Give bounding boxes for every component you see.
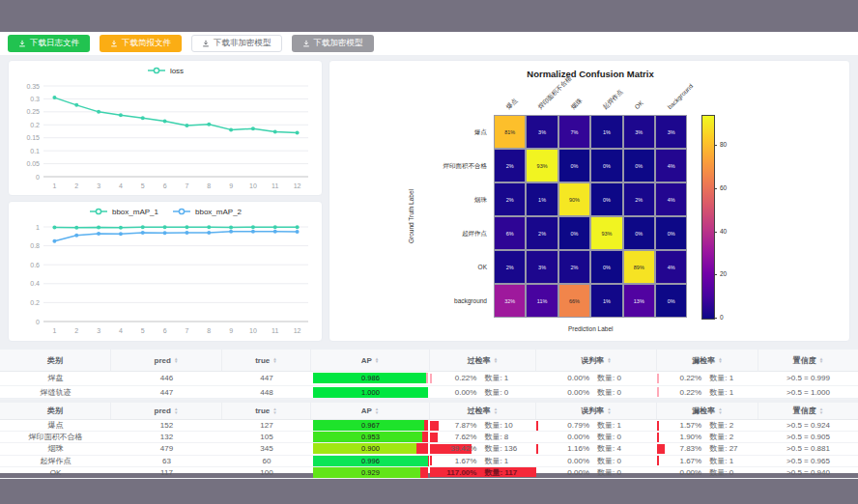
download-report-file-button[interactable]: 下载简报文件 — [100, 35, 182, 52]
rate-percent: 0.00% — [536, 468, 589, 477]
ap-bar: 0.996 — [313, 456, 428, 466]
legend-item-loss[interactable]: loss — [147, 67, 184, 75]
column-header-pred[interactable]: pred▲▼ — [111, 403, 222, 419]
colorbar-tick-label: 20 — [720, 270, 727, 277]
sort-caret-icon[interactable]: ▲▼ — [375, 407, 379, 414]
rate-content: 1.67%数量: 1 — [430, 456, 536, 466]
rate-text: 0.22%数量: 1 — [657, 387, 758, 398]
confidence-cell: >0.5 = 0.924 — [758, 420, 858, 431]
summary-metrics-table: 类别pred▲▼true▲▼AP▲▼过检率▲▼误判率▲▼漏检率▲▼置信度▲▼焊盘… — [0, 350, 858, 398]
sort-caret-icon[interactable]: ▲▼ — [494, 357, 498, 364]
rate-text: 1.67%数量: 1 — [657, 456, 758, 466]
rate-content: 0.79%数量: 1 — [536, 420, 657, 431]
caret-down-icon: ▼ — [375, 360, 379, 364]
x-tick-label: 10 — [249, 182, 257, 189]
data-point — [163, 120, 167, 124]
sort-caret-icon[interactable]: ▲▼ — [718, 407, 722, 414]
ap-bar: 0.986 — [313, 373, 428, 383]
matrix-cell: 4% — [655, 149, 687, 182]
miss-cell: 1.57%数量: 2 — [657, 420, 758, 431]
matrix-cell: 81% — [494, 115, 526, 149]
column-header-AP[interactable]: AP▲▼ — [311, 350, 430, 371]
y-tick-label: 1 — [36, 224, 40, 231]
download-log-file-button[interactable]: 下载日志文件 — [8, 35, 90, 52]
column-header-true[interactable]: true▲▼ — [222, 350, 311, 371]
data-point — [251, 230, 255, 234]
matrix-cell: 89% — [623, 250, 655, 284]
column-header-漏检率[interactable]: 漏检率▲▼ — [657, 350, 758, 371]
data-point — [251, 126, 255, 130]
legend-item-bbox_mAP_1[interactable]: bbox_mAP_1 — [89, 208, 158, 216]
x-tick-label: 5 — [141, 327, 145, 334]
rate-content: 7.62%数量: 8 — [430, 432, 536, 442]
column-header-label: 误判率 — [581, 406, 604, 416]
download-encrypted-model-button[interactable]: 下载加密模型 — [292, 35, 374, 52]
data-point — [229, 230, 233, 234]
true-cell: 105 — [222, 432, 311, 442]
rate-text: 1.16%数量: 4 — [536, 443, 657, 454]
pred-cell: 132 — [111, 432, 222, 442]
sort-caret-icon[interactable]: ▲▼ — [607, 357, 611, 364]
y-tick-label: 0.2 — [30, 299, 40, 306]
ap-bar: 0.967 — [313, 420, 428, 431]
x-tick-label: 1 — [52, 182, 56, 189]
download-unencrypted-model-button[interactable]: 下载非加密模型 — [191, 35, 282, 52]
column-header-pred[interactable]: pred▲▼ — [111, 350, 222, 371]
data-point — [229, 225, 233, 229]
sort-caret-icon[interactable]: ▲▼ — [272, 407, 276, 414]
data-point — [52, 96, 56, 99]
matrix-cell: 1% — [526, 182, 558, 216]
column-header-过检率[interactable]: 过检率▲▼ — [430, 403, 536, 419]
table-header-row: 类别pred▲▼true▲▼AP▲▼过检率▲▼误判率▲▼漏检率▲▼置信度▲▼ — [0, 403, 858, 420]
column-header-置信度[interactable]: 置信度▲▼ — [758, 403, 858, 419]
sort-caret-icon[interactable]: ▲▼ — [174, 357, 178, 364]
column-header-误判率[interactable]: 误判率▲▼ — [536, 403, 657, 419]
rate-content: 1.57%数量: 2 — [657, 420, 758, 431]
rate-percent: 0.79% — [536, 421, 589, 430]
column-header-过检率[interactable]: 过检率▲▼ — [430, 350, 536, 371]
sort-caret-icon[interactable]: ▲▼ — [607, 407, 611, 414]
loss-chart-card: loss 00.050.10.150.20.250.30.35123456789… — [8, 60, 323, 196]
x-tick-label: 3 — [97, 182, 100, 189]
legend-item-bbox_mAP_2[interactable]: bbox_mAP_2 — [172, 208, 242, 216]
table-row: 焊盘4464470.9860.22%数量: 10.00%数量: 00.22%数量… — [0, 372, 858, 386]
column-header-label: 类别 — [47, 355, 63, 366]
class-name-cell: 烟珠 — [0, 443, 111, 454]
button-label: 下载非加密模型 — [214, 38, 272, 49]
class-name-cell: 起焊作点 — [0, 456, 111, 466]
sort-caret-icon[interactable]: ▲▼ — [272, 357, 276, 364]
rate-count: 数量: 0 — [589, 456, 652, 466]
caret-down-icon: ▼ — [718, 411, 722, 415]
confidence-cell: >0.5 = 1.000 — [758, 386, 858, 400]
caret-down-icon: ▼ — [494, 411, 498, 415]
column-header-置信度[interactable]: 置信度▲▼ — [758, 350, 858, 371]
class-name-cell: 焊盘 — [0, 372, 111, 385]
matrix-cell: 2% — [558, 250, 590, 284]
caret-down-icon: ▼ — [494, 360, 498, 364]
sort-caret-icon[interactable]: ▲▼ — [819, 357, 823, 364]
rate-count: 数量: 136 — [476, 443, 531, 454]
sort-caret-icon[interactable]: ▲▼ — [375, 357, 379, 364]
rate-content: 1.67%数量: 1 — [657, 456, 758, 466]
caret-down-icon: ▼ — [607, 411, 611, 415]
column-header-label: AP — [361, 356, 372, 365]
matrix-cell: 32% — [494, 284, 526, 318]
column-header-true[interactable]: true▲▼ — [222, 403, 311, 419]
misjudge-cell: 0.79%数量: 1 — [536, 420, 657, 431]
rate-count: 数量: 0 — [589, 467, 652, 478]
column-header-漏检率[interactable]: 漏检率▲▼ — [657, 403, 758, 419]
matrix-cell: 0% — [590, 250, 622, 284]
column-header-label: 漏检率 — [692, 355, 715, 366]
pred-cell: 117 — [111, 467, 222, 478]
sort-caret-icon[interactable]: ▲▼ — [718, 357, 722, 364]
sort-caret-icon[interactable]: ▲▼ — [494, 407, 498, 414]
column-header-误判率[interactable]: 误判率▲▼ — [536, 350, 657, 371]
column-header-label: pred — [155, 406, 171, 415]
sort-caret-icon[interactable]: ▲▼ — [174, 407, 178, 414]
sort-caret-icon[interactable]: ▲▼ — [819, 407, 823, 414]
rate-count: 数量: 10 — [476, 420, 531, 431]
column-header-label: AP — [361, 406, 372, 415]
rate-text: 0.00%数量: 0 — [536, 387, 657, 398]
data-point — [185, 124, 188, 127]
column-header-AP[interactable]: AP▲▼ — [311, 403, 430, 419]
